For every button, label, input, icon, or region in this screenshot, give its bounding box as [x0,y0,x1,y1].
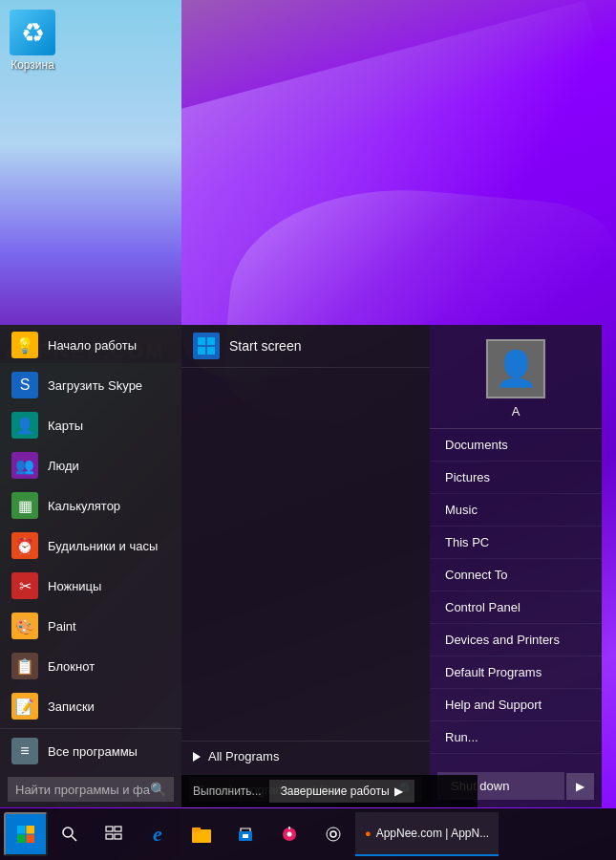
taskbar: e ● [0,808,616,860]
recycle-bin-label: Корзина [11,58,54,72]
right-menu-connectto[interactable]: Connect To [430,559,602,591]
right-menu-documents[interactable]: Documents [430,429,602,462]
app-item-notepad[interactable]: 📋Блокнот [0,646,181,686]
svg-rect-4 [17,826,26,834]
settings-icon [325,826,342,843]
file-explorer-button[interactable] [180,812,223,856]
search-taskbar-button[interactable] [48,812,92,856]
right-menu-devices[interactable]: Devices and Printers [430,624,602,656]
right-menu-thispc[interactable]: This PC [430,527,602,559]
svg-point-8 [63,828,73,837]
svg-rect-7 [27,835,35,844]
app-item-alarms[interactable]: ⏰Будильники и часы [0,526,181,566]
app-item-paint[interactable]: 🎨Paint [0,606,181,646]
app-icon-skype: S [11,372,38,398]
multitask-button[interactable] [92,812,136,856]
multitask-icon [105,826,122,843]
app-icon-notepad: 📋 [11,653,38,679]
app-item-scissors[interactable]: ✂Ножницы [0,566,181,606]
all-programs-label: All Programs [208,749,279,763]
right-menu-list: DocumentsPicturesMusicThis PCConnect ToC… [430,429,602,754]
app-item-sticky[interactable]: 📝Записки [0,686,181,726]
app-item-calc[interactable]: ▦Калькулятор [0,485,181,526]
all-programs-row[interactable]: All Programs [181,741,430,771]
app-label-paint: Paint [48,619,76,634]
right-menu-pictures[interactable]: Pictures [430,462,602,494]
settings-button[interactable] [311,812,355,856]
right-panel: 👤 A DocumentsPicturesMusicThis PCConnect… [430,325,602,807]
svg-rect-3 [207,347,215,355]
app-list: 💡Начало работыSЗагрузить Skype👤Карты👥Люд… [0,325,181,771]
svg-rect-13 [115,834,121,839]
svg-point-21 [330,831,336,837]
tile-area [181,368,430,741]
start-menu: 💡Начало работыSЗагрузить Skype👤Карты👥Люд… [0,325,602,807]
app-label-calc: Калькулятор [48,499,120,513]
app-icon-sticky: 📝 [11,693,38,720]
appnee-taskbar-label: AppNee.com | AppN... [376,827,490,840]
media-button[interactable] [267,812,311,856]
notification-text: Выполнить... [193,785,262,798]
app-icon-people: 👥 [11,452,38,479]
app-label-allprograms2: Все программы [48,744,138,759]
finish-work-button[interactable]: Завершение работы ▶ [269,780,414,803]
appnee-taskbar-app[interactable]: ● AppNee.com | AppN... [355,812,499,856]
start-button[interactable] [4,812,48,856]
svg-rect-6 [17,835,26,844]
app-icon-alarms: ⏰ [11,532,38,559]
left-panel: 💡Начало работыSЗагрузить Skype👤Карты👥Люд… [0,325,181,807]
app-item-people[interactable]: 👥Люди [0,445,181,485]
app-label-maps: Карты [48,419,83,433]
all-programs-triangle-icon [193,752,201,762]
left-search-icon[interactable]: 🔍 [150,782,166,797]
user-section: 👤 A [430,325,602,429]
recycle-bin[interactable]: Корзина [10,10,55,72]
app-label-alarms: Будильники и часы [48,539,158,553]
finish-work-label: Завершение работы [281,785,390,798]
finish-work-arrow-icon: ▶ [394,785,403,798]
app-icon-scissors: ✂ [11,572,38,599]
app-icon-maps: 👤 [11,412,38,439]
app-item-skype[interactable]: SЗагрузить Skype [0,365,181,405]
start-screen-icon [193,333,220,359]
svg-rect-0 [198,337,205,345]
recycle-bin-icon [10,10,55,55]
app-icon-paint: 🎨 [11,613,38,639]
store-button[interactable] [223,812,267,856]
app-item-maps[interactable]: 👤Карты [0,405,181,445]
start-screen-header[interactable]: Start screen [181,325,430,368]
user-name: A [512,404,520,419]
app-label-skype: Загрузить Skype [48,378,142,393]
user-avatar[interactable]: 👤 [486,339,545,398]
app-icon-allprograms2: ≡ [11,738,38,764]
edge-button[interactable]: e [136,812,180,856]
svg-line-9 [72,836,76,841]
svg-rect-2 [198,347,205,355]
svg-point-22 [327,828,340,841]
left-search-input[interactable] [15,783,150,797]
app-item-allprograms2[interactable]: ≡Все программы [0,731,181,771]
store-icon [237,826,254,843]
svg-rect-15 [192,828,201,832]
notification-area: Выполнить... Завершение работы ▶ [181,775,478,807]
media-icon [281,826,298,843]
svg-point-19 [287,832,292,837]
left-search-bar[interactable]: 🔍 [8,777,174,802]
right-menu-default[interactable]: Default Programs [430,656,602,689]
app-icon-startup: 💡 [11,332,38,358]
right-menu-controlpanel[interactable]: Control Panel [430,591,602,624]
app-label-people: Люди [48,459,79,473]
app-label-scissors: Ножницы [48,579,101,593]
middle-panel: Start screen All Programs 🔍 [181,325,430,807]
shutdown-arrow-button[interactable]: ▶ [566,773,594,800]
app-item-startup[interactable]: 💡Начало работы [0,325,181,365]
svg-rect-1 [207,337,215,345]
desktop: Корзина APPNEE.COM 💡Начало работыSЗагруз… [0,0,616,860]
svg-rect-12 [106,834,113,839]
file-explorer-icon [192,826,211,843]
right-menu-run[interactable]: Run... [430,721,602,754]
right-menu-music[interactable]: Music [430,494,602,527]
app-label-startup: Начало работы [48,338,137,353]
right-menu-help[interactable]: Help and Support [430,689,602,721]
svg-rect-17 [243,834,248,838]
